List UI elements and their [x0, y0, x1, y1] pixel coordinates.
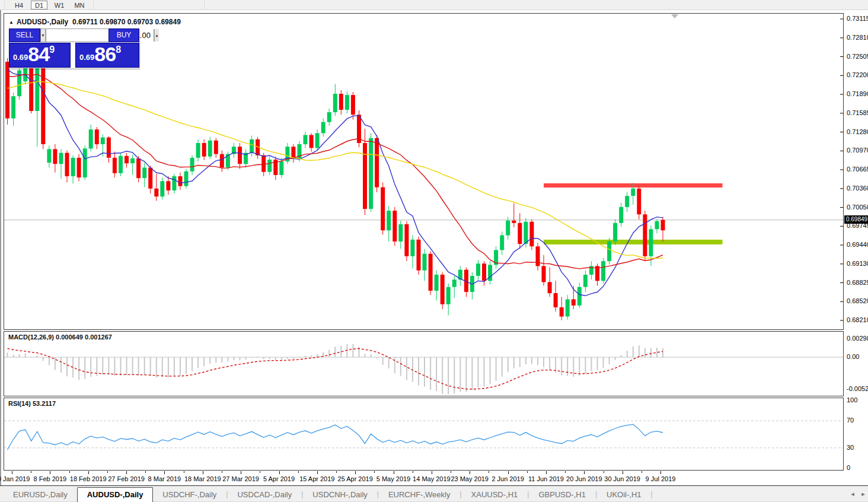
price-scale-label: 0.70360 — [847, 185, 868, 192]
date-tick — [660, 471, 661, 474]
rsi-scale-label: 100 — [847, 396, 857, 403]
date-minor-tick — [222, 471, 222, 473]
date-minor-tick — [260, 471, 260, 473]
price-scale-label: 0.68210 — [847, 316, 868, 323]
rsi-label: RSI(14) 53.2117 — [8, 400, 56, 407]
symbol-tab-xauusd-h1[interactable]: XAUUSD-,H1 — [462, 488, 528, 502]
date-tick — [432, 471, 432, 474]
date-label: 8 Feb 2019 — [34, 475, 67, 482]
macd-scale-label: 0.002984 — [847, 335, 868, 342]
date-minor-tick — [31, 471, 31, 473]
date-tick — [470, 471, 470, 474]
symbol-tab-usdcad-daily[interactable]: USDCAD-,Daily — [228, 488, 301, 502]
price-scale-label: 0.68825 — [847, 279, 868, 286]
date-minor-tick — [489, 471, 489, 473]
date-minor-tick — [69, 471, 70, 473]
chart-symbol-label: AUDUSD-,Daily — [17, 18, 68, 26]
date-tick — [394, 471, 394, 474]
price-scale-label: 0.72200 — [847, 71, 868, 78]
tab-scroll-left-button[interactable]: ◂ — [848, 490, 857, 498]
symbol-tab-audusd-daily[interactable]: AUDUSD-,Daily — [77, 487, 154, 502]
buy-button[interactable]: BUY — [108, 28, 139, 42]
date-minor-tick — [604, 471, 604, 473]
macd-scale-label: 0.00 — [847, 353, 859, 360]
date-tick — [12, 471, 12, 474]
price-scale-label: 0.70665 — [847, 166, 868, 173]
date-tick — [279, 471, 280, 474]
chart-ohlc-values: 0.69711 0.69870 0.69703 0.69849 — [72, 18, 181, 26]
date-label: 27 Mar 2019 — [222, 475, 259, 482]
date-label: 18 Feb 2019 — [70, 475, 107, 482]
date-label: 20 Jun 2019 — [566, 475, 602, 482]
date-tick — [584, 471, 585, 474]
buy-price-panel[interactable]: 0.69868 — [75, 43, 139, 68]
date-tick — [164, 471, 165, 474]
date-tick — [623, 471, 623, 474]
collapse-panel-icon[interactable]: ▲ — [9, 20, 14, 25]
sell-price-prefix: 0.69 — [13, 53, 28, 62]
tab-scroll-right-button[interactable]: ▸ — [859, 490, 867, 498]
buy-price-pip: 8 — [116, 45, 121, 55]
sell-button[interactable]: SELL — [9, 28, 40, 42]
volume-stepper: ▼ ▲ — [40, 28, 108, 42]
rsi-indicator-panel[interactable]: RSI(14) 53.2117 — [4, 398, 844, 471]
volume-increase-icon[interactable]: ▲ — [154, 29, 159, 42]
price-scale-label: 0.68520 — [847, 297, 868, 304]
rsi-scale-label: 30 — [847, 444, 854, 451]
price-scale-label: 0.70970 — [847, 147, 868, 154]
date-minor-tick — [184, 471, 184, 473]
chart-window: ▲AUDUSD-,Daily 0.69711 0.69870 0.69703 0… — [0, 10, 868, 485]
toolbar-separator — [205, 1, 205, 9]
date-label: 18 Mar 2019 — [184, 475, 221, 482]
timeframe-button-mn[interactable]: MN — [71, 1, 88, 9]
date-label: 5 Apr 2019 — [263, 475, 295, 482]
date-tick — [50, 471, 50, 474]
symbol-tab-usdchf-daily[interactable]: USDCHF-,Daily — [153, 488, 226, 502]
date-label: 15 Apr 2019 — [299, 475, 334, 482]
date-tick — [546, 471, 547, 474]
macd-plot — [4, 332, 843, 396]
price-scale-label: 0.73115 — [847, 15, 868, 22]
date-tick — [126, 471, 127, 474]
date-minor-tick — [451, 471, 451, 473]
macd-indicator-panel[interactable]: MACD(12,26,9) 0.000649 0.001267 — [4, 331, 844, 396]
date-label: 25 Apr 2019 — [338, 475, 373, 482]
date-minor-tick — [145, 471, 146, 473]
buy-price-prefix: 0.69 — [79, 53, 94, 62]
macd-scale-label: -0.005256 — [847, 385, 868, 392]
date-minor-tick — [413, 471, 413, 473]
symbol-tab-eurusd-daily[interactable]: EURUSD-,Daily — [4, 488, 77, 502]
symbol-tab-ukoil-h1[interactable]: UKOil-,H1 — [597, 488, 651, 502]
rsi-scale-label: 0 — [847, 464, 850, 471]
price-scale-label: 0.69745 — [847, 222, 868, 229]
timeframe-button-d1[interactable]: D1 — [31, 1, 47, 9]
date-minor-tick — [565, 471, 566, 473]
main-price-chart[interactable]: ▲AUDUSD-,Daily 0.69711 0.69870 0.69703 0… — [4, 13, 844, 330]
date-label: 14 May 2019 — [413, 475, 451, 482]
date-tick — [203, 471, 203, 474]
date-minor-tick — [107, 471, 108, 473]
date-label: 30 Jan 2019 — [0, 475, 30, 482]
date-tick — [88, 471, 89, 474]
price-scale-label: 0.71280 — [847, 128, 868, 135]
date-label: 27 Feb 2019 — [108, 475, 145, 482]
symbol-tab-usdcnh-daily[interactable]: USDCNH-,Daily — [303, 488, 376, 502]
buy-price-main: 86 — [94, 43, 116, 65]
sell-price-pip: 9 — [49, 45, 55, 55]
price-scale-label: 0.71585 — [847, 109, 868, 116]
date-label: 11 Jun 2019 — [528, 475, 564, 482]
symbol-tabbar: EURUSD-,DailyAUDUSD-,DailyUSDCHF-,Daily|… — [0, 485, 868, 502]
date-tick — [508, 471, 509, 474]
timeframe-button-w1[interactable]: W1 — [51, 1, 68, 9]
date-axis: 30 Jan 20198 Feb 201918 Feb 201927 Feb 2… — [4, 471, 844, 485]
date-minor-tick — [527, 471, 528, 473]
symbol-tab-eurchf-weekly[interactable]: EURCHF-,Weekly — [379, 488, 460, 502]
timeframe-button-h4[interactable]: H4 — [11, 1, 27, 9]
date-label: 5 May 2019 — [376, 475, 410, 482]
volume-decrease-icon[interactable]: ▼ — [41, 29, 46, 42]
macd-label: MACD(12,26,9) 0.000649 0.001267 — [8, 333, 112, 341]
symbol-tab-gbpusd-h1[interactable]: GBPUSD-,H1 — [529, 488, 595, 502]
date-minor-tick — [336, 471, 337, 473]
sell-price-panel[interactable]: 0.69849 — [9, 43, 71, 68]
chart-shift-marker[interactable] — [671, 14, 678, 18]
